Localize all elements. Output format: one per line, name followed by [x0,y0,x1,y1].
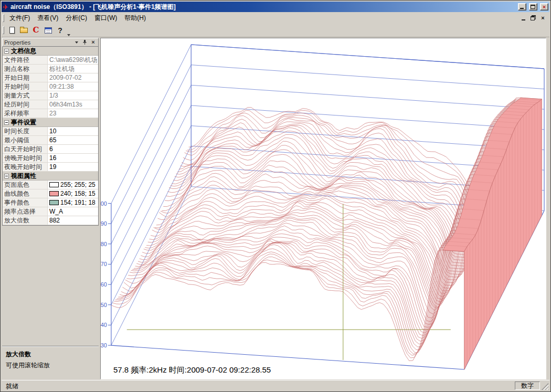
property-value[interactable]: 6 [48,145,98,153]
panel-close-button[interactable]: × [90,39,97,46]
waterfall-svg[interactable]: 10090807060504030 [101,38,546,379]
description-title: 放大倍数 [6,350,95,359]
property-label: 采样频率 [3,109,48,118]
y-axis-label: 60 [101,281,107,288]
property-value[interactable]: 255; 255; 25 [48,181,98,189]
mdi-close-button[interactable]: × [539,15,547,22]
property-value-text: 6 [49,145,53,153]
property-value-text: 06h34m13s [49,101,82,108]
mdi-restore-button[interactable] [529,15,537,22]
collapse-icon[interactable] [4,174,9,178]
property-value[interactable]: 16 [48,154,98,162]
status-pane-digit: 数字 [515,382,540,390]
property-row: 页面底色255; 255; 25 [3,181,98,189]
property-value[interactable]: 19 [48,163,98,171]
properties-button[interactable] [42,25,54,36]
statusbar: 就绪 数字 [2,380,549,390]
titlebar: ✈ aircraft noise（ISO3891） - [飞机噪声分析1-事件1… [2,2,549,12]
property-label: 文件路径 [3,56,48,64]
section-title: 事件设置 [11,118,36,127]
app-window: ✈ aircraft noise（ISO3891） - [飞机噪声分析1-事件1… [0,0,551,392]
mdi-minimize-button[interactable] [520,15,528,22]
section-header[interactable]: 文档信息 [3,47,98,56]
property-value-text: 65 [49,136,56,144]
section-header[interactable]: 视图属性 [3,172,98,181]
property-label: 事件颜色 [3,198,48,207]
property-row: 傍晚开始时间16 [3,154,98,163]
menu-grip[interactable] [3,14,4,22]
property-value[interactable]: 10 [48,127,98,135]
close-icon: × [91,39,94,45]
property-label: 最小阈值 [3,136,48,144]
properties-header: Properties × [2,38,99,47]
property-value[interactable]: 09:21:38 [48,82,98,91]
newdoc-icon [9,27,15,34]
minimize-button[interactable] [518,3,526,10]
menu-item-file[interactable]: 文件(F) [6,12,34,24]
property-row: 测点名称栎社机场 [3,65,98,73]
property-row: 曲线颜色240; 158; 15 [3,189,98,198]
property-value-text: 16 [49,154,56,162]
menu-item-analyze[interactable]: 分析(C) [62,12,91,24]
property-row: 最小阈值65 [3,136,98,145]
property-value[interactable]: W_A [48,207,98,216]
maximize-button[interactable] [529,3,537,10]
property-row: 开始时间09:21:38 [3,82,98,91]
property-row: 放大倍数882 [3,216,98,225]
property-value[interactable]: 882 [48,216,98,225]
property-value-text: 栎社机场 [49,65,75,73]
property-value-text: 2009-07-02 [49,74,81,81]
chart-readout: 57.8 频率:2kHz 时间:2009-07-02 09:22:28.55 [113,365,271,375]
property-value-text: 09:21:38 [49,83,74,90]
property-row: 频率点选择W_A [3,207,98,216]
property-label: 页面底色 [3,181,48,189]
property-value[interactable]: 65 [48,136,98,144]
property-value[interactable]: 2009-07-02 [48,73,98,82]
toolbar-grip[interactable] [3,26,4,34]
y-axis-label: 100 [101,200,107,206]
property-label: 白天开始时间 [3,145,48,153]
section-header[interactable]: 事件设置 [3,118,98,127]
property-value[interactable]: C:\awa6298\机场 [48,56,98,64]
menu-item-window[interactable]: 窗口(W) [91,12,121,24]
close-button[interactable]: × [540,3,548,10]
property-label: 时间长度 [3,127,48,135]
properties-spacer [2,226,99,346]
c-icon: C [33,26,39,34]
panel-pin-button[interactable] [81,39,88,46]
property-value[interactable]: 23 [48,109,98,118]
menu-item-help[interactable]: 帮助(H) [121,12,150,24]
property-label: 开始日期 [3,73,48,82]
y-axis-label: 40 [101,322,107,328]
chart-area[interactable]: 10090807060504030 57.8 频率:2kHz 时间:2009-0… [100,38,546,379]
property-row: 经历时间06h34m13s [3,100,98,109]
panel-menu-button[interactable] [73,39,80,46]
y-axis-label: 90 [101,220,107,227]
property-value-text: 240; 158; 15 [60,190,96,197]
property-value[interactable]: 240; 158; 15 [48,189,98,198]
y-axis-label: 50 [101,302,107,308]
property-row: 文件路径C:\awa6298\机场 [3,56,98,65]
property-row: 白天开始时间6 [3,145,98,154]
property-value[interactable]: 06h34m13s [48,100,98,109]
property-value[interactable]: 1/3 [48,91,98,100]
property-value[interactable]: 栎社机场 [48,65,98,73]
property-row: 开始日期2009-07-02 [3,73,98,82]
color-swatch [49,191,59,196]
collapse-icon[interactable] [4,49,9,54]
color-swatch [49,200,59,205]
menu-item-view[interactable]: 查看(V) [34,12,62,24]
property-value[interactable]: 154; 191; 18 [48,198,98,207]
new-button[interactable] [6,25,18,36]
property-row: 采样频率23 [3,109,98,118]
toolbar-overflow-chevron-icon[interactable] [67,34,70,36]
property-value-text: 1/3 [49,92,58,99]
calculate-button[interactable]: C [30,25,42,36]
open-button[interactable] [18,25,30,36]
y-axis-label: 30 [101,342,107,348]
property-value-text: 882 [49,217,60,224]
collapse-icon[interactable] [4,120,9,125]
help-button[interactable]: ? [54,25,66,36]
property-row: 时间长度10 [3,127,98,136]
resize-grip[interactable] [542,383,548,390]
